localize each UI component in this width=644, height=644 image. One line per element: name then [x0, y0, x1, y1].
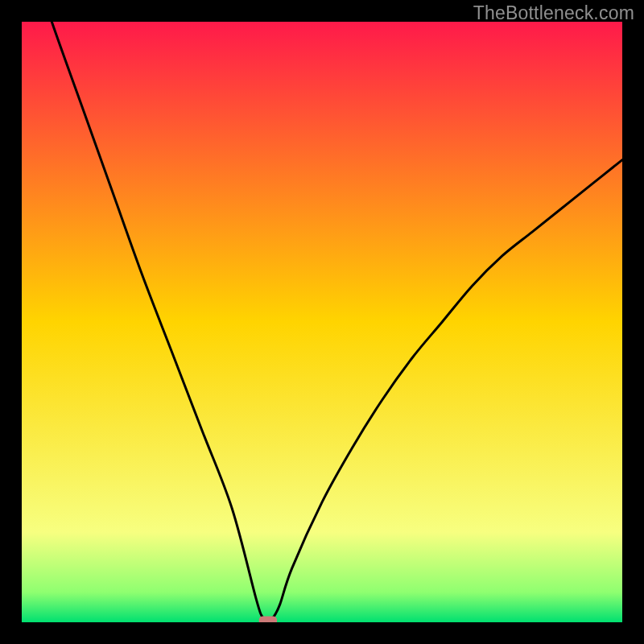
- gradient-background: [22, 22, 622, 622]
- chart-plot: [22, 22, 622, 622]
- watermark-text: TheBottleneck.com: [473, 2, 634, 24]
- min-marker: [259, 616, 277, 622]
- chart-frame: TheBottleneck.com: [0, 0, 644, 644]
